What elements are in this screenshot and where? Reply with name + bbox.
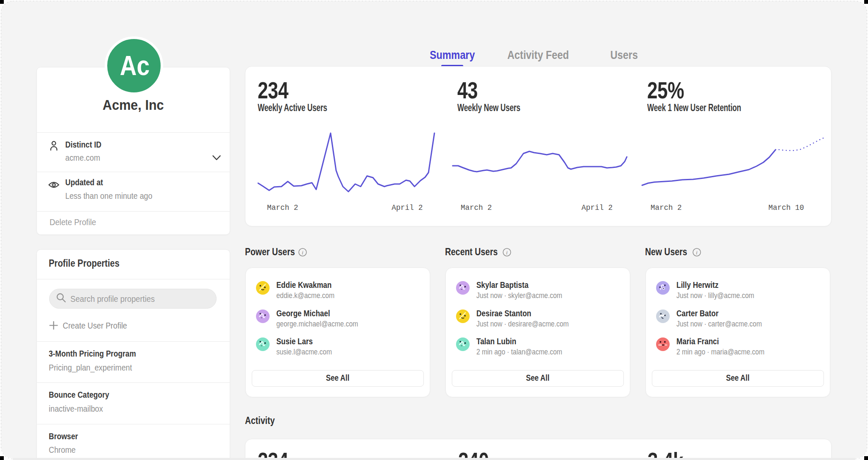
svg-text:i: i [506,249,508,256]
svg-text:i: i [302,249,303,256]
svg-text:i: i [696,249,698,256]
